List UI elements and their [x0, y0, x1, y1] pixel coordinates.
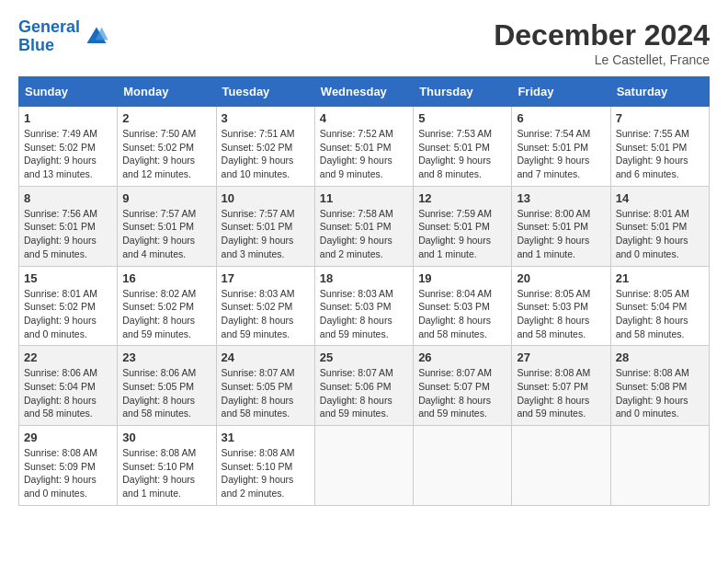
day-info: Sunrise: 8:01 AM Sunset: 5:01 PM Dayligh…: [616, 207, 704, 261]
weekday-header-tuesday: Tuesday: [216, 77, 314, 107]
daylight-hours: Daylight: 9 hours and 0 minutes.: [24, 315, 97, 339]
day-number: 26: [418, 350, 506, 364]
daylight-hours: Daylight: 8 hours and 58 minutes.: [517, 315, 589, 339]
daylight-hours: Daylight: 8 hours and 58 minutes.: [24, 395, 97, 419]
day-info: Sunrise: 8:07 AM Sunset: 5:07 PM Dayligh…: [418, 366, 506, 420]
daylight-hours: Daylight: 9 hours and 6 minutes.: [616, 155, 688, 179]
day-info: Sunrise: 7:55 AM Sunset: 5:01 PM Dayligh…: [616, 127, 704, 181]
sunrise-time: Sunrise: 8:01 AM: [616, 208, 689, 219]
sunset-time: Sunset: 5:04 PM: [616, 301, 688, 312]
sunrise-time: Sunrise: 8:02 AM: [122, 288, 196, 299]
day-number: 24: [222, 350, 310, 364]
calendar-day: 3 Sunrise: 7:51 AM Sunset: 5:02 PM Dayli…: [216, 107, 314, 187]
calendar-day: 31 Sunrise: 8:08 AM Sunset: 5:10 PM Dayl…: [216, 426, 314, 506]
day-number: 19: [418, 271, 506, 285]
day-info: Sunrise: 8:02 AM Sunset: 5:02 PM Dayligh…: [122, 287, 210, 341]
sunset-time: Sunset: 5:01 PM: [24, 221, 96, 232]
daylight-hours: Daylight: 8 hours and 59 minutes.: [418, 395, 491, 419]
day-info: Sunrise: 8:03 AM Sunset: 5:03 PM Dayligh…: [320, 287, 408, 341]
daylight-hours: Daylight: 9 hours and 1 minute.: [122, 474, 195, 499]
day-info: Sunrise: 8:06 AM Sunset: 5:04 PM Dayligh…: [24, 366, 112, 420]
calendar-day: 2 Sunrise: 7:50 AM Sunset: 5:02 PM Dayli…: [118, 107, 216, 187]
sunset-time: Sunset: 5:05 PM: [122, 381, 194, 392]
calendar-week-5: 29 Sunrise: 8:08 AM Sunset: 5:09 PM Dayl…: [19, 426, 710, 506]
daylight-hours: Daylight: 9 hours and 1 minute.: [517, 235, 589, 259]
daylight-hours: Daylight: 9 hours and 0 minutes.: [616, 235, 688, 259]
sunset-time: Sunset: 5:03 PM: [517, 301, 588, 312]
sunrise-time: Sunrise: 8:07 AM: [222, 367, 295, 378]
sunset-time: Sunset: 5:01 PM: [517, 142, 588, 153]
day-number: 22: [24, 350, 112, 364]
day-number: 28: [616, 350, 704, 364]
daylight-hours: Daylight: 8 hours and 58 minutes.: [122, 395, 195, 419]
calendar-day: 21 Sunrise: 8:05 AM Sunset: 5:04 PM Dayl…: [610, 266, 709, 346]
calendar-day: 27 Sunrise: 8:08 AM Sunset: 5:07 PM Dayl…: [512, 346, 610, 426]
sunset-time: Sunset: 5:01 PM: [616, 221, 688, 232]
day-info: Sunrise: 8:05 AM Sunset: 5:04 PM Dayligh…: [616, 287, 704, 341]
day-number: 18: [320, 271, 408, 285]
day-number: 7: [616, 111, 704, 125]
daylight-hours: Daylight: 9 hours and 4 minutes.: [122, 235, 195, 259]
sunset-time: Sunset: 5:01 PM: [122, 221, 194, 232]
logo-text: GeneralBlue: [18, 18, 80, 55]
sunrise-time: Sunrise: 8:05 AM: [616, 288, 689, 299]
daylight-hours: Daylight: 9 hours and 3 minutes.: [222, 235, 294, 259]
day-number: 6: [517, 111, 605, 125]
daylight-hours: Daylight: 8 hours and 58 minutes.: [222, 395, 294, 419]
sunrise-time: Sunrise: 8:04 AM: [418, 288, 492, 299]
weekday-header-saturday: Saturday: [610, 77, 709, 107]
sunset-time: Sunset: 5:02 PM: [24, 142, 96, 153]
day-number: 23: [122, 350, 210, 364]
daylight-hours: Daylight: 8 hours and 59 minutes.: [122, 315, 195, 339]
calendar-week-1: 1 Sunrise: 7:49 AM Sunset: 5:02 PM Dayli…: [19, 107, 710, 187]
calendar-day: 29 Sunrise: 8:08 AM Sunset: 5:09 PM Dayl…: [19, 426, 118, 506]
calendar-day: 14 Sunrise: 8:01 AM Sunset: 5:01 PM Dayl…: [610, 186, 709, 266]
day-number: 3: [222, 111, 310, 125]
day-number: 12: [418, 191, 506, 205]
sunrise-time: Sunrise: 7:50 AM: [122, 128, 196, 139]
sunset-time: Sunset: 5:02 PM: [122, 301, 194, 312]
day-number: 21: [616, 271, 704, 285]
sunrise-time: Sunrise: 8:03 AM: [320, 288, 393, 299]
sunset-time: Sunset: 5:01 PM: [418, 142, 490, 153]
calendar-day: 24 Sunrise: 8:07 AM Sunset: 5:05 PM Dayl…: [216, 346, 314, 426]
day-info: Sunrise: 8:04 AM Sunset: 5:03 PM Dayligh…: [418, 287, 506, 341]
day-info: Sunrise: 8:08 AM Sunset: 5:08 PM Dayligh…: [616, 366, 704, 420]
day-number: 30: [122, 431, 210, 444]
sunset-time: Sunset: 5:09 PM: [24, 461, 96, 472]
day-info: Sunrise: 7:52 AM Sunset: 5:01 PM Dayligh…: [320, 127, 408, 181]
calendar-day: 26 Sunrise: 8:07 AM Sunset: 5:07 PM Dayl…: [414, 346, 512, 426]
day-number: 27: [517, 350, 605, 364]
sunset-time: Sunset: 5:01 PM: [418, 221, 490, 232]
daylight-hours: Daylight: 8 hours and 58 minutes.: [616, 315, 688, 339]
calendar-table: SundayMondayTuesdayWednesdayThursdayFrid…: [18, 76, 710, 506]
calendar-week-3: 15 Sunrise: 8:01 AM Sunset: 5:02 PM Dayl…: [19, 266, 710, 346]
day-info: Sunrise: 7:53 AM Sunset: 5:01 PM Dayligh…: [418, 127, 506, 181]
calendar-day: 20 Sunrise: 8:05 AM Sunset: 5:03 PM Dayl…: [512, 266, 610, 346]
sunrise-time: Sunrise: 7:56 AM: [24, 208, 97, 219]
calendar-day: 12 Sunrise: 7:59 AM Sunset: 5:01 PM Dayl…: [414, 186, 512, 266]
sunset-time: Sunset: 5:01 PM: [616, 142, 688, 153]
calendar-day: 1 Sunrise: 7:49 AM Sunset: 5:02 PM Dayli…: [19, 107, 118, 187]
calendar-day: 5 Sunrise: 7:53 AM Sunset: 5:01 PM Dayli…: [414, 107, 512, 187]
sunset-time: Sunset: 5:02 PM: [222, 301, 293, 312]
sunrise-time: Sunrise: 8:05 AM: [517, 288, 590, 299]
logo: GeneralBlue: [18, 18, 109, 55]
weekday-header-friday: Friday: [512, 77, 610, 107]
day-number: 29: [24, 431, 112, 444]
daylight-hours: Daylight: 9 hours and 13 minutes.: [24, 155, 97, 179]
day-number: 2: [122, 111, 210, 125]
sunrise-time: Sunrise: 7:53 AM: [418, 128, 492, 139]
sunset-time: Sunset: 5:05 PM: [222, 381, 293, 392]
daylight-hours: Daylight: 9 hours and 10 minutes.: [222, 155, 294, 179]
calendar-day: 22 Sunrise: 8:06 AM Sunset: 5:04 PM Dayl…: [19, 346, 118, 426]
calendar-day: 28 Sunrise: 8:08 AM Sunset: 5:08 PM Dayl…: [610, 346, 709, 426]
sunrise-time: Sunrise: 8:07 AM: [320, 367, 393, 378]
calendar-week-2: 8 Sunrise: 7:56 AM Sunset: 5:01 PM Dayli…: [19, 186, 710, 266]
daylight-hours: Daylight: 9 hours and 12 minutes.: [122, 155, 195, 179]
day-info: Sunrise: 7:54 AM Sunset: 5:01 PM Dayligh…: [517, 127, 605, 181]
calendar-day: 17 Sunrise: 8:03 AM Sunset: 5:02 PM Dayl…: [216, 266, 314, 346]
day-info: Sunrise: 8:01 AM Sunset: 5:02 PM Dayligh…: [24, 287, 112, 341]
day-number: 10: [222, 191, 310, 205]
sunrise-time: Sunrise: 7:58 AM: [320, 208, 393, 219]
